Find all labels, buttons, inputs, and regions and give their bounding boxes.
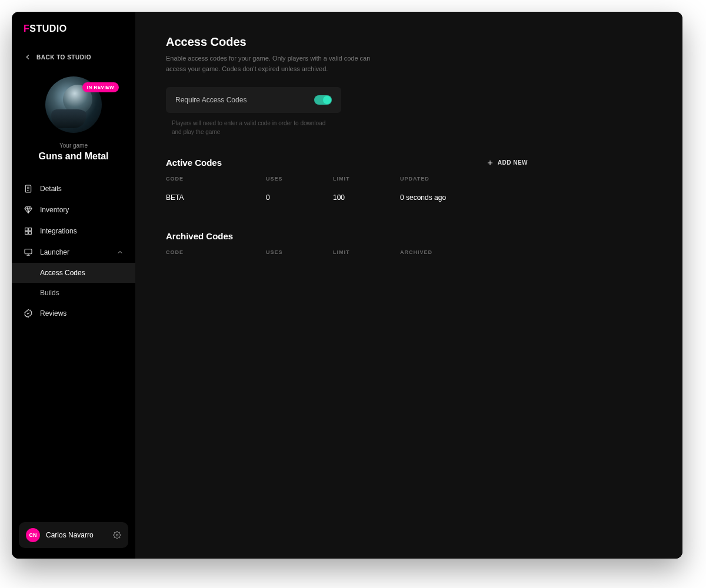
sidebar-item-launcher[interactable]: Launcher: [12, 242, 135, 263]
monitor-icon: [24, 248, 33, 257]
cell-limit: 100: [333, 188, 400, 208]
require-access-codes-card: Require Access Codes: [166, 87, 341, 113]
sidebar-item-reviews[interactable]: Reviews: [12, 303, 135, 324]
status-badge: IN REVIEW: [82, 82, 119, 92]
arrow-left-icon: [24, 53, 32, 61]
game-title: Guns and Metal: [38, 151, 108, 162]
back-to-studio-button[interactable]: BACK TO STUDIO: [12, 53, 135, 61]
user-name: Carlos Navarro: [46, 531, 107, 539]
back-label: BACK TO STUDIO: [36, 54, 91, 61]
sidebar-item-details[interactable]: Details: [12, 178, 135, 199]
brand-logo: FSTUDIO: [12, 24, 135, 34]
sidebar-item-label: Details: [40, 185, 62, 193]
col-uses: USES: [266, 249, 333, 261]
col-limit: LIMIT: [333, 249, 400, 261]
sidebar-item-label: Inventory: [40, 206, 69, 214]
chevron-up-icon: [116, 249, 124, 256]
archived-codes-table: CODE USES LIMIT ARCHIVED: [166, 249, 528, 261]
sidebar-subitem-builds[interactable]: Builds: [12, 283, 135, 303]
sidebar-item-label: Reviews: [40, 309, 66, 318]
gear-icon: [113, 531, 121, 539]
page-title: Access Codes: [166, 35, 652, 49]
sidebar-item-integrations[interactable]: Integrations: [12, 220, 135, 242]
your-game-label: Your game: [59, 142, 88, 149]
diamond-icon: [24, 205, 33, 215]
col-code: CODE: [166, 249, 266, 261]
col-updated: UPDATED: [400, 176, 528, 188]
svg-rect-1: [25, 228, 28, 231]
avatar: CN: [26, 528, 40, 542]
svg-rect-5: [25, 249, 32, 254]
cell-updated: 0 seconds ago: [400, 188, 528, 208]
active-codes-table: CODE USES LIMIT UPDATED BETA 0 100 0 sec…: [166, 176, 528, 208]
logo-prefix: F: [24, 24, 29, 34]
active-codes-heading: Active Codes: [166, 158, 222, 168]
document-icon: [24, 184, 33, 193]
badge-check-icon: [24, 309, 33, 318]
add-new-label: ADD NEW: [498, 159, 528, 166]
svg-rect-2: [29, 228, 32, 231]
user-menu[interactable]: CN Carlos Navarro: [19, 522, 128, 548]
logo-rest: STUDIO: [29, 24, 66, 34]
svg-rect-4: [29, 232, 32, 235]
cell-code: BETA: [166, 188, 266, 208]
svg-rect-3: [25, 232, 28, 235]
sidebar-subitem-access-codes[interactable]: Access Codes: [12, 263, 135, 283]
toggle-help-text: Players will need to enter a valid code …: [166, 119, 337, 136]
add-new-button[interactable]: ADD NEW: [486, 159, 528, 167]
page-description: Enable access codes for your game. Only …: [166, 54, 389, 74]
col-uses: USES: [266, 176, 333, 188]
archived-codes-heading: Archived Codes: [166, 231, 233, 241]
sidebar-item-label: Integrations: [40, 227, 77, 235]
cell-uses: 0: [266, 188, 333, 208]
table-row[interactable]: BETA 0 100 0 seconds ago: [166, 188, 528, 208]
col-code: CODE: [166, 176, 266, 188]
plus-icon: [486, 159, 494, 167]
toggle-label: Require Access Codes: [175, 96, 247, 104]
require-access-codes-toggle[interactable]: [314, 95, 332, 105]
col-archived: ARCHIVED: [400, 249, 528, 261]
sidebar-item-label: Launcher: [40, 248, 69, 256]
col-limit: LIMIT: [333, 176, 400, 188]
svg-point-6: [116, 534, 118, 536]
sidebar-item-inventory[interactable]: Inventory: [12, 199, 135, 220]
sidebar-item-label: Access Codes: [40, 269, 85, 277]
sidebar-item-label: Builds: [40, 289, 59, 297]
grid-icon: [24, 226, 33, 236]
